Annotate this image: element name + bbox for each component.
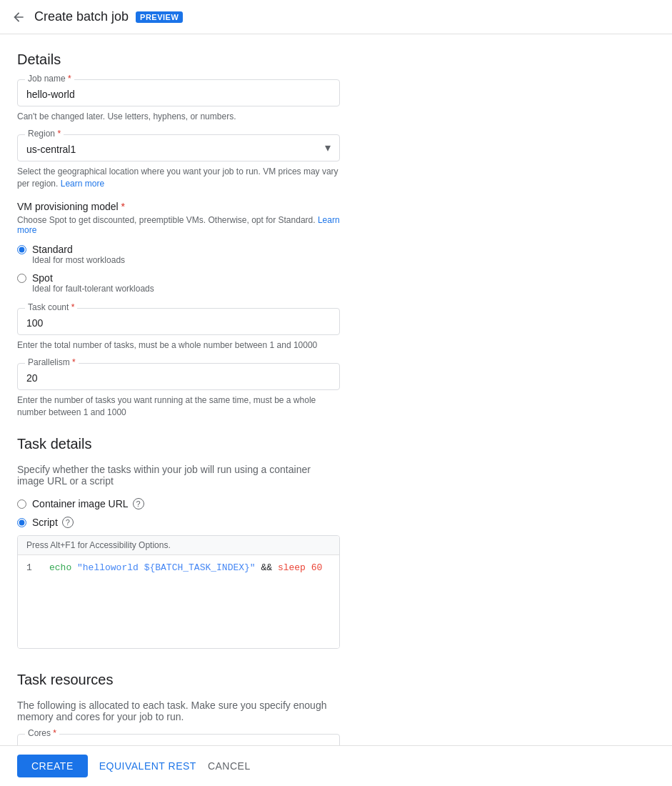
radio-option-script: Script ? [17, 517, 340, 528]
parallelism-hint: Enter the number of tasks you want runni… [17, 394, 340, 419]
task-resources-description: The following is allocated to each task.… [17, 700, 340, 722]
radio-spot-label: Spot [32, 272, 154, 284]
radio-option-container: Container image URL ? [17, 498, 340, 509]
cores-label: Cores * [25, 728, 59, 738]
task-details-section-title: Task details [17, 436, 340, 452]
task-count-wrapper: Task count * [17, 308, 340, 335]
cancel-button[interactable]: CANCEL [208, 760, 251, 772]
task-details-description: Specify whether the tasks within your jo… [17, 464, 340, 487]
radio-option-spot: Spot Ideal for fault-tolerant workloads [17, 272, 340, 294]
back-button[interactable] [11, 10, 26, 24]
task-count-hint: Enter the total number of tasks, must be… [17, 339, 340, 352]
vm-provisioning-title: VM provisioning model * [17, 201, 340, 212]
radio-standard-sublabel: Ideal for most workloads [32, 255, 125, 265]
radio-spot[interactable] [17, 274, 26, 283]
code-content: echo "helloworld ${BATCH_TASK_INDEX}" &&… [49, 561, 322, 642]
radio-standard-label: Standard [32, 244, 125, 255]
code-body[interactable]: 1 echo "helloworld ${BATCH_TASK_INDEX}" … [18, 555, 339, 648]
create-button[interactable]: CREATE [17, 755, 88, 777]
script-help-icon[interactable]: ? [62, 517, 74, 528]
task-resources-section-title: Task resources [17, 672, 340, 688]
preview-badge: PREVIEW [136, 11, 183, 23]
page-title: Create batch job [34, 9, 129, 24]
main-content: Details Job name * Can't be changed late… [0, 34, 357, 786]
task-count-input[interactable] [26, 314, 331, 329]
radio-container[interactable] [17, 499, 26, 509]
container-image-label: Container image URL [32, 498, 129, 509]
page-footer: CREATE EQUIVALENT REST CANCEL [0, 745, 672, 786]
page-header: Create batch job PREVIEW [0, 0, 672, 34]
job-name-hint: Can't be changed later. Use letters, hyp… [17, 111, 340, 123]
job-name-label: Job name * [25, 74, 74, 84]
vm-provisioning-section: VM provisioning model * Choose Spot to g… [17, 201, 340, 294]
task-count-label: Task count * [25, 302, 77, 312]
parallelism-input[interactable] [26, 369, 331, 384]
job-name-input[interactable] [26, 86, 331, 100]
code-accessibility-hint: Press Alt+F1 for Accessibility Options. [18, 536, 339, 555]
radio-standard[interactable] [17, 245, 26, 254]
region-group: Region * us-central1 ▾ us-central1 us-ea… [17, 134, 340, 190]
region-hint: Select the geographical location where y… [17, 166, 340, 190]
job-name-wrapper: Job name * [17, 79, 340, 106]
job-name-group: Job name * Can't be changed later. Use l… [17, 79, 340, 123]
region-wrapper[interactable]: Region * us-central1 ▾ us-central1 us-ea… [17, 134, 340, 161]
vm-provisioning-description: Choose Spot to get discounted, preemptib… [17, 215, 340, 235]
radio-script[interactable] [17, 518, 26, 527]
radio-spot-sublabel: Ideal for fault-tolerant workloads [32, 284, 154, 294]
parallelism-wrapper: Parallelism * [17, 363, 340, 390]
parallelism-group: Parallelism * Enter the number of tasks … [17, 363, 340, 419]
details-section-title: Details [17, 51, 340, 68]
task-count-group: Task count * Enter the total number of t… [17, 308, 340, 352]
script-label: Script [32, 517, 58, 528]
radio-option-standard: Standard Ideal for most workloads [17, 244, 340, 265]
parallelism-label: Parallelism * [25, 357, 79, 367]
container-help-icon[interactable]: ? [133, 498, 144, 509]
equivalent-rest-button[interactable]: EQUIVALENT REST [99, 760, 196, 772]
code-editor: Press Alt+F1 for Accessibility Options. … [17, 535, 340, 649]
region-learn-more-link[interactable]: Learn more [61, 179, 104, 189]
code-line-number: 1 [26, 561, 38, 642]
